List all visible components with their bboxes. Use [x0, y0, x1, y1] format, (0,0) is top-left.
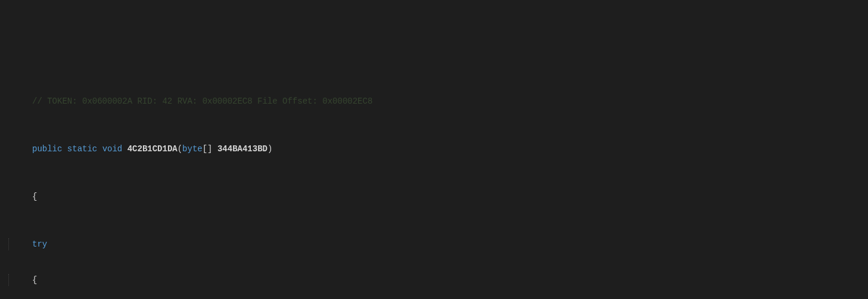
code-line: public static void 4C2B1CD1DA(byte[] 344…	[8, 143, 860, 155]
method-name: 4C2B1CD1DA	[127, 144, 178, 154]
brace: {	[32, 275, 37, 285]
code-line: // TOKEN: 0x0600002A RID: 42 RVA: 0x0000…	[8, 95, 860, 107]
keyword-void: void	[102, 144, 123, 154]
indent-guides	[8, 95, 32, 107]
code-editor: // TOKEN: 0x0600002A RID: 42 RVA: 0x0000…	[0, 60, 868, 299]
param-name: 344BA413BD	[217, 144, 267, 154]
brace: {	[32, 192, 37, 201]
keyword-byte: byte	[182, 144, 203, 154]
comment: // TOKEN: 0x0600002A RID: 42 RVA: 0x0000…	[32, 96, 372, 106]
keyword-public: public	[32, 144, 62, 154]
keyword-static: static	[67, 144, 97, 154]
keyword-try: try	[32, 239, 47, 249]
